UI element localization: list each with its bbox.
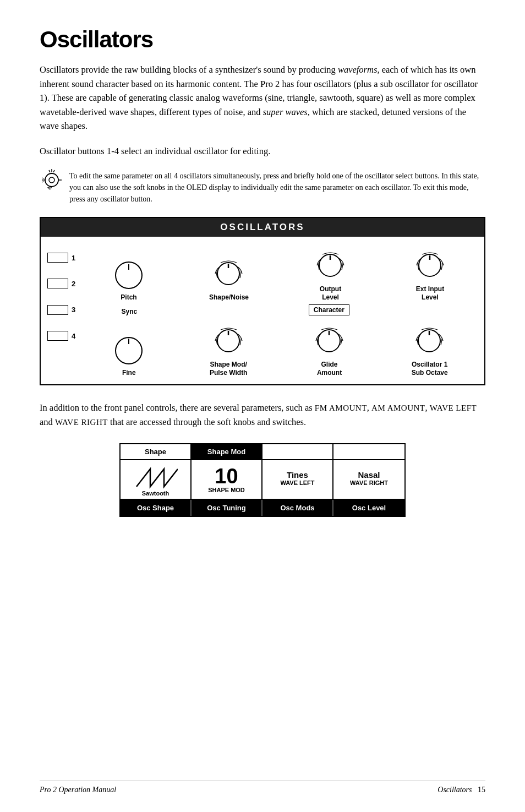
sub-octave-knob-label: Oscillator 1Sub Octave bbox=[412, 361, 448, 377]
wave-right-sublabel: WAVE RIGHT bbox=[338, 479, 400, 486]
oled-footer-osc-level[interactable]: Osc Level bbox=[333, 500, 404, 516]
fine-knob-group: Fine bbox=[112, 334, 145, 377]
osc-button-1-row: 1 bbox=[47, 253, 77, 263]
osc-button-3-row: 3 bbox=[47, 305, 77, 315]
intro-em-1: waveforms bbox=[338, 64, 378, 75]
oled-header-shape-mod: Shape Mod bbox=[192, 444, 262, 459]
svg-point-8 bbox=[49, 177, 54, 183]
osc-buttons-paragraph: Oscillator buttons 1-4 select an individ… bbox=[40, 144, 485, 159]
fine-knob-svg[interactable] bbox=[112, 334, 145, 367]
footer-section-label: Oscillators bbox=[438, 786, 472, 794]
oled-footer-osc-mods[interactable]: Osc Mods bbox=[262, 500, 333, 516]
oled-header-shape: Shape bbox=[121, 444, 192, 459]
osc-button-4-row: 4 bbox=[47, 331, 77, 341]
sawtooth-label: Sawtooth bbox=[125, 490, 186, 497]
glide-amount-knob-svg[interactable] bbox=[311, 323, 347, 359]
osc-button-3-label: 3 bbox=[72, 306, 75, 314]
shape-noise-knob-label: Shape/Noise bbox=[209, 293, 249, 301]
sawtooth-wave-display bbox=[125, 466, 186, 490]
footer-page-number: 15 bbox=[478, 786, 485, 794]
shape-mod-knob-group: Shape Mod/Pulse Width bbox=[210, 323, 248, 377]
oled-body-row: Sawtooth 10 SHAPE MOD Tines WAVE LEFT Na… bbox=[121, 460, 404, 500]
wave-right-label: WAVE RIGHT bbox=[55, 418, 108, 427]
intro-paragraph: Oscillators provide the raw building blo… bbox=[40, 63, 485, 133]
intro-em-2: super waves bbox=[263, 107, 308, 117]
knobs-area: Pitch bbox=[80, 242, 480, 380]
pitch-knob-label: Pitch bbox=[121, 293, 136, 301]
osc-button-1-label: 1 bbox=[72, 254, 75, 262]
footer-manual-title: Pro 2 Operation Manual bbox=[40, 786, 116, 794]
am-amount-label: AM AMOUNT bbox=[371, 404, 425, 412]
oscillators-panel: OSCILLATORS 1 2 3 4 bbox=[40, 217, 485, 385]
page-content: Oscillators Oscillators provide the raw … bbox=[0, 0, 525, 581]
osc-button-2-label: 2 bbox=[72, 280, 75, 288]
osc-button-1[interactable] bbox=[47, 253, 68, 263]
oled-cell-shape-mod: 10 SHAPE MOD bbox=[192, 460, 262, 499]
tip-icon bbox=[40, 168, 64, 192]
wave-left-label: WAVE LEFT bbox=[430, 404, 477, 412]
glide-amount-knob-label: GlideAmount bbox=[317, 361, 342, 377]
pitch-knob-group: Pitch bbox=[112, 259, 145, 301]
svg-line-4 bbox=[42, 178, 44, 178]
sub-octave-knob-svg[interactable] bbox=[412, 323, 447, 359]
wave-left-value: Tines bbox=[267, 466, 328, 479]
shape-mod-knob-svg[interactable] bbox=[211, 323, 247, 359]
output-level-knob-label: OutputLevel bbox=[320, 285, 341, 301]
ext-input-level-knob-label: Ext InputLevel bbox=[416, 285, 444, 301]
osc-button-4-label: 4 bbox=[72, 332, 75, 340]
osc-buttons-column: 1 2 3 4 bbox=[45, 242, 80, 380]
tip-text: To edit the same parameter on all 4 osci… bbox=[69, 170, 485, 205]
output-level-knob-svg[interactable] bbox=[313, 248, 348, 284]
sub-octave-knob-group: Oscillator 1Sub Octave bbox=[412, 323, 448, 377]
fine-knob-label: Fine bbox=[122, 369, 136, 377]
oled-footer-osc-shape[interactable]: Osc Shape bbox=[121, 500, 192, 516]
svg-line-2 bbox=[53, 170, 54, 172]
panel-header: OSCILLATORS bbox=[41, 218, 484, 237]
ext-input-level-knob-group: Ext InputLevel bbox=[412, 248, 448, 301]
osc-button-2[interactable] bbox=[47, 279, 68, 288]
and-text: and bbox=[40, 417, 55, 427]
oled-footer-osc-tuning[interactable]: Osc Tuning bbox=[192, 500, 262, 516]
oled-footer-row: Osc Shape Osc Tuning Osc Mods Osc Level bbox=[121, 500, 404, 516]
shape-noise-knob-svg[interactable] bbox=[211, 256, 247, 292]
ext-input-level-knob-svg[interactable] bbox=[412, 248, 448, 284]
output-level-knob-group: OutputLevel bbox=[313, 248, 348, 301]
oled-header-row: Shape Shape Mod bbox=[121, 444, 404, 460]
wave-right-value: Nasal bbox=[338, 466, 400, 479]
tip-knob-svg bbox=[40, 168, 64, 192]
panel-body: 1 2 3 4 bbox=[41, 237, 484, 384]
svg-line-1 bbox=[49, 170, 50, 172]
intro-text-1: Oscillators provide the raw building blo… bbox=[40, 64, 338, 75]
wave-left-sublabel: WAVE LEFT bbox=[267, 479, 328, 486]
oled-cell-wave-right: Nasal WAVE RIGHT bbox=[333, 460, 404, 499]
oled-cell-shape: Sawtooth bbox=[121, 460, 192, 499]
shape-mod-knob-label: Shape Mod/Pulse Width bbox=[210, 361, 248, 377]
shape-mod-sublabel: SHAPE MOD bbox=[196, 487, 257, 493]
sawtooth-svg bbox=[134, 466, 178, 490]
shape-noise-knob-group: Shape/Noise bbox=[209, 256, 249, 301]
oled-cell-wave-left: Tines WAVE LEFT bbox=[262, 460, 333, 499]
oled-header-col3 bbox=[262, 444, 333, 459]
shape-mod-value: 10 bbox=[196, 466, 257, 487]
glide-amount-knob-group: GlideAmount bbox=[311, 323, 347, 377]
osc-button-3[interactable] bbox=[47, 305, 68, 315]
tip-box: To edit the same parameter on all 4 osci… bbox=[40, 170, 485, 205]
osc-button-2-row: 2 bbox=[47, 279, 77, 288]
page-title: Oscillators bbox=[40, 26, 485, 53]
page-footer: Pro 2 Operation Manual Oscillators 15 bbox=[40, 781, 485, 794]
svg-line-5 bbox=[42, 182, 44, 182]
footer-section-info: Oscillators 15 bbox=[438, 786, 485, 794]
after-text-1: In addition to the front panel controls,… bbox=[40, 402, 315, 413]
oled-header-col4 bbox=[333, 444, 404, 459]
after-panel-paragraph: In addition to the front panel controls,… bbox=[40, 401, 485, 429]
after-text-2: that are accessed through the soft knobs… bbox=[108, 417, 306, 427]
oled-display: Shape Shape Mod Sawtooth bbox=[119, 443, 406, 517]
fm-amount-label: FM AMOUNT bbox=[315, 404, 367, 412]
character-box: Character bbox=[309, 304, 349, 315]
sync-label: Sync bbox=[122, 308, 138, 315]
osc-button-4[interactable] bbox=[47, 331, 68, 341]
pitch-knob-svg[interactable] bbox=[112, 259, 145, 292]
